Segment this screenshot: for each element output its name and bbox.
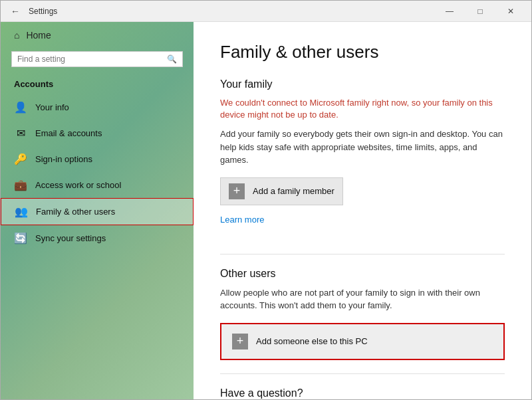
sidebar-item-label: Family & other users <box>36 207 115 217</box>
your-info-icon: 👤 <box>14 101 27 114</box>
sidebar-item-sync-settings[interactable]: 🔄 Sync your settings <box>1 225 194 251</box>
add-user-icon: + <box>232 334 248 350</box>
add-user-label: Add someone else to this PC <box>256 336 368 346</box>
email-icon: ✉ <box>14 127 27 140</box>
titlebar: ← Settings — □ ✕ <box>1 1 531 22</box>
sidebar-section-label: Accounts <box>1 75 194 94</box>
search-box[interactable]: 🔍 <box>11 51 183 67</box>
sidebar-item-your-info[interactable]: 👤 Your info <box>1 94 194 120</box>
sync-icon: 🔄 <box>14 232 27 245</box>
sign-in-icon: 🔑 <box>14 153 27 165</box>
your-family-section: Your family We couldn't connect to Micro… <box>220 78 505 241</box>
sidebar-item-access-work-school[interactable]: 💼 Access work or school <box>1 172 194 198</box>
sidebar: ⌂ Home 🔍 Accounts 👤 Your info ✉ Email & … <box>1 22 194 399</box>
sidebar-item-email-accounts[interactable]: ✉ Email & accounts <box>1 120 194 146</box>
other-users-title: Other users <box>220 268 505 280</box>
minimize-button[interactable]: — <box>434 1 465 22</box>
sidebar-item-label: Email & accounts <box>35 128 102 138</box>
content-area: ⌂ Home 🔍 Accounts 👤 Your info ✉ Email & … <box>1 22 531 399</box>
maximize-button[interactable]: □ <box>465 1 495 22</box>
have-question-title: Have a question? <box>220 387 505 399</box>
window-controls: — □ ✕ <box>434 1 526 22</box>
search-input[interactable] <box>17 54 167 64</box>
sidebar-home-label: Home <box>26 30 51 41</box>
sidebar-item-label: Access work or school <box>35 180 121 190</box>
your-family-title: Your family <box>220 78 505 90</box>
section-divider-2 <box>220 373 505 374</box>
section-divider <box>220 254 505 254</box>
page-title: Family & other users <box>220 42 505 62</box>
family-error-text: We couldn't connect to Microsoft family … <box>220 97 505 121</box>
close-button[interactable]: ✕ <box>495 1 526 22</box>
home-icon: ⌂ <box>14 30 19 41</box>
settings-window: ← Settings — □ ✕ ⌂ Home 🔍 <box>0 0 532 400</box>
sidebar-item-sign-in-options[interactable]: 🔑 Sign-in options <box>1 146 194 172</box>
back-button[interactable]: ← <box>6 2 25 21</box>
add-family-member-label: Add a family member <box>253 186 334 196</box>
plus-icon: + <box>229 183 245 199</box>
sidebar-item-label: Your info <box>35 102 69 112</box>
family-icon: 👥 <box>15 205 28 218</box>
work-icon: 💼 <box>14 179 27 191</box>
search-icon: 🔍 <box>167 54 177 64</box>
sidebar-item-family-other-users[interactable]: 👥 Family & other users <box>1 198 194 225</box>
sidebar-item-label: Sync your settings <box>35 233 106 243</box>
sidebar-item-home[interactable]: ⌂ Home <box>1 22 194 49</box>
add-family-member-button[interactable]: + Add a family member <box>220 177 343 205</box>
family-description: Add your family so everybody gets their … <box>220 128 505 167</box>
other-users-section: Other users Allow people who are not par… <box>220 268 505 360</box>
learn-more-link[interactable]: Learn more <box>220 215 264 225</box>
main-content: Family & other users Your family We coul… <box>194 22 531 399</box>
other-users-description: Allow people who are not part of your fa… <box>220 286 505 312</box>
window-title: Settings <box>29 7 434 16</box>
sidebar-item-label: Sign-in options <box>35 154 92 164</box>
have-question-section: Have a question? <box>220 387 505 399</box>
add-someone-else-button[interactable]: + Add someone else to this PC <box>220 323 505 360</box>
